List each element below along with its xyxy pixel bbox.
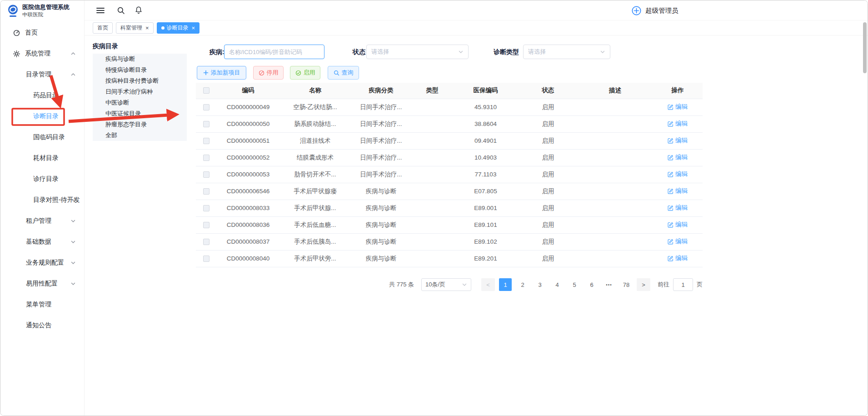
- close-icon[interactable]: ×: [192, 25, 195, 31]
- sidebar-item-9[interactable]: 租户管理: [0, 211, 84, 231]
- cell-status: 启用: [519, 200, 578, 216]
- catalog-item-4[interactable]: 中医诊断: [93, 97, 187, 108]
- sidebar-item-12[interactable]: 易用性配置: [0, 273, 84, 294]
- catalog-item-3[interactable]: 日间手术治疗病种: [93, 86, 187, 97]
- page-number-button[interactable]: 3: [534, 278, 546, 291]
- page-number-button[interactable]: 78: [620, 278, 633, 291]
- cell-type: [412, 132, 453, 149]
- row-checkbox[interactable]: [203, 222, 210, 228]
- row-checkbox[interactable]: [203, 188, 210, 195]
- prev-page-button[interactable]: <: [481, 278, 495, 291]
- edit-button[interactable]: 编辑: [668, 136, 688, 145]
- sidebar-item-3[interactable]: 药品目录: [0, 85, 84, 106]
- edit-button[interactable]: 编辑: [668, 153, 688, 161]
- edit-button[interactable]: 编辑: [668, 120, 688, 128]
- disable-button[interactable]: 停用: [253, 66, 284, 80]
- sidebar-item-7[interactable]: 诊疗目录: [0, 169, 84, 190]
- cell-name: 泪道挂线术: [280, 132, 350, 149]
- page-size-select[interactable]: 10条/页: [421, 278, 471, 291]
- cell-name: 肋骨切开术不...: [280, 166, 350, 183]
- query-label: 查询: [342, 69, 354, 77]
- sidebar-item-4[interactable]: 诊断目录: [0, 106, 84, 127]
- close-icon[interactable]: ×: [145, 25, 149, 31]
- row-checkbox[interactable]: [203, 121, 210, 127]
- topbar: 超级管理员: [85, 0, 868, 20]
- enable-button[interactable]: 启用: [290, 66, 320, 80]
- search-icon[interactable]: [117, 6, 125, 16]
- edit-label: 编辑: [675, 120, 688, 128]
- row-checkbox[interactable]: [203, 171, 210, 178]
- sidebar-item-label: 菜单管理: [26, 301, 51, 309]
- sidebar-item-1[interactable]: 系统管理: [0, 43, 84, 64]
- catalog-item-0[interactable]: 疾病与诊断: [93, 54, 187, 65]
- cell-description: [578, 200, 653, 216]
- tab-1[interactable]: 科室管理×: [116, 22, 154, 34]
- diagnosis-table: 编码名称疾病分类类型医保编码状态描述操作 CD0000000049空肠-乙状结肠…: [196, 83, 703, 267]
- add-item-button[interactable]: 添加新项目: [197, 66, 246, 80]
- row-checkbox[interactable]: [203, 205, 210, 211]
- page-number-button[interactable]: 1: [499, 278, 512, 291]
- bell-icon[interactable]: [135, 6, 143, 16]
- sidebar-item-2[interactable]: 目录管理: [0, 64, 84, 85]
- catalog-item-5[interactable]: 中医证候目录: [93, 108, 187, 119]
- scrollbar-thumb[interactable]: [863, 22, 867, 73]
- logo-text: 医院信息管理系统 中联医院: [22, 4, 70, 18]
- sidebar-item-13[interactable]: 菜单管理: [0, 294, 84, 315]
- goto-label: 前往: [658, 281, 669, 289]
- sidebar-item-label: 基础数据: [26, 238, 51, 246]
- cell-action: 编辑: [653, 166, 703, 183]
- edit-button[interactable]: 编辑: [668, 187, 688, 195]
- catalog-item-1[interactable]: 特慢病诊断目录: [93, 65, 187, 75]
- table-row: CD0000008040手术后甲状旁...疾病与诊断E89.201启用编辑: [196, 250, 703, 267]
- edit-button[interactable]: 编辑: [668, 204, 688, 212]
- row-checkbox[interactable]: [203, 239, 210, 245]
- row-checkbox[interactable]: [203, 104, 210, 110]
- sidebar-item-10[interactable]: 基础数据: [0, 231, 84, 252]
- edit-icon: [668, 171, 673, 177]
- chevron-down-icon: [70, 239, 76, 245]
- page-number-button[interactable]: 5: [568, 278, 581, 291]
- cell-name: 手术后甲状腺瘘: [280, 183, 350, 200]
- select-all-checkbox[interactable]: [203, 87, 210, 94]
- sidebar-item-8[interactable]: 目录对照-待开发: [0, 190, 84, 211]
- cell-insurance_code: E89.101: [453, 216, 519, 233]
- sidebar-item-0[interactable]: 首页: [0, 22, 84, 43]
- next-page-button[interactable]: >: [637, 278, 650, 291]
- edit-button[interactable]: 编辑: [668, 221, 688, 229]
- page-number-list: 123456•••78: [497, 278, 635, 291]
- edit-button[interactable]: 编辑: [668, 254, 688, 262]
- edit-button[interactable]: 编辑: [668, 103, 688, 111]
- page-number-button[interactable]: 2: [516, 278, 529, 291]
- diagnosis-type-select[interactable]: 请选择: [523, 45, 610, 59]
- add-item-label: 添加新项目: [211, 69, 240, 77]
- catalog-item-7[interactable]: 全部: [93, 130, 187, 141]
- cell-category: 疾病与诊断: [350, 200, 412, 216]
- sidebar-item-6[interactable]: 耗材目录: [0, 148, 84, 169]
- sidebar-item-label: 国临码目录: [33, 133, 65, 141]
- row-checkbox[interactable]: [203, 256, 210, 262]
- sidebar-item-5[interactable]: 国临码目录: [0, 127, 84, 148]
- edit-icon: [668, 222, 673, 228]
- edit-button[interactable]: 编辑: [668, 170, 688, 178]
- disease-search-input[interactable]: [224, 45, 324, 59]
- sidebar-item-label: 诊断目录: [33, 112, 59, 120]
- goto-page-input[interactable]: [673, 278, 693, 291]
- status-select[interactable]: 请选择: [366, 45, 469, 59]
- edit-icon: [668, 256, 673, 261]
- tab-2[interactable]: 诊断目录×: [157, 22, 200, 34]
- catalog-item-2[interactable]: 按病种目录付费诊断: [93, 75, 187, 86]
- row-checkbox[interactable]: [203, 138, 210, 144]
- catalog-item-6[interactable]: 肿瘤形态学目录: [93, 119, 187, 130]
- tab-0[interactable]: 首页: [93, 22, 113, 34]
- sidebar-item-11[interactable]: 业务规则配置: [0, 252, 84, 273]
- query-button[interactable]: 查询: [328, 66, 359, 80]
- sidebar-item-14[interactable]: 通知公告: [0, 315, 84, 336]
- row-checkbox[interactable]: [203, 155, 210, 161]
- page-number-button[interactable]: 6: [585, 278, 598, 291]
- user-menu[interactable]: 超级管理员: [631, 0, 678, 20]
- collapse-menu-icon[interactable]: [96, 7, 105, 16]
- cell-category: 日间手术治疗...: [350, 132, 412, 149]
- status-filter-label: 状态: [353, 45, 365, 59]
- page-number-button[interactable]: 4: [551, 278, 564, 291]
- edit-button[interactable]: 编辑: [668, 237, 688, 246]
